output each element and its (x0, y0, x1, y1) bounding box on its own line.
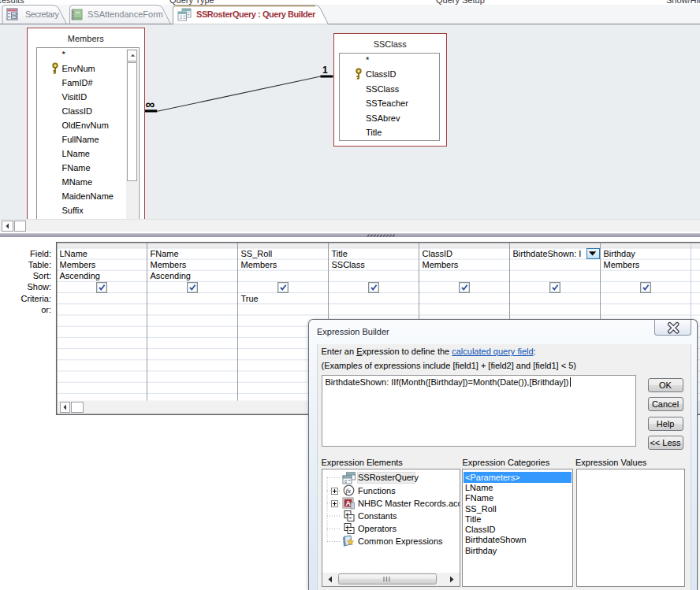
svg-text:-: - (349, 514, 352, 521)
svg-text:A: A (346, 499, 352, 507)
svg-text:∞: ∞ (146, 97, 155, 111)
svg-text:-: - (349, 526, 352, 534)
svg-text:fx: fx (345, 487, 351, 495)
svg-text:1: 1 (322, 65, 328, 76)
